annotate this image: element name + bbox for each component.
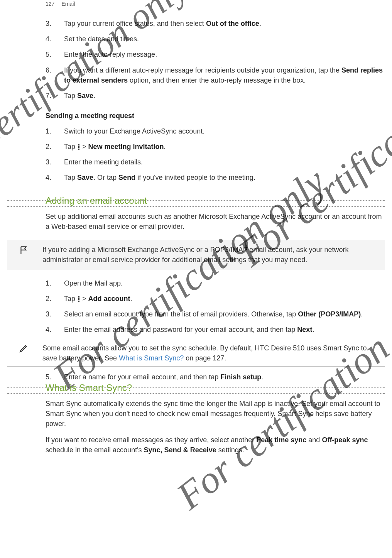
list-item: 2. Tap > New meeting invitation. (46, 142, 385, 152)
page-header: 127 Email (7, 0, 385, 8)
list-number: 1. (46, 126, 64, 136)
text: Select an email account type from the li… (64, 310, 298, 318)
text: schedule in the email account's (46, 446, 144, 454)
bold-text: Sync, Send & Receive (144, 446, 216, 454)
list-text: If you want a different auto-reply messa… (64, 65, 385, 85)
callout-text: Some email accounts allow you to set the… (42, 343, 380, 363)
bold-text: Finish setup (220, 373, 261, 381)
text: settings. (216, 446, 244, 454)
text: Tap (64, 143, 77, 150)
list-number: 2. (46, 294, 64, 304)
text: . (164, 143, 166, 150)
list-item: 1. Switch to your Exchange ActiveSync ac… (46, 126, 385, 136)
text: . (93, 92, 95, 100)
bold-text: Save (77, 92, 93, 100)
flag-icon (12, 245, 35, 265)
callout-box-info: If you're adding a Microsoft Exchange Ac… (7, 240, 385, 269)
bold-text: Other (POP3/IMAP) (298, 310, 361, 318)
ordered-list-meeting: 1. Switch to your Exchange ActiveSync ac… (46, 126, 385, 183)
list-item: 2. Tap > Add account. (46, 294, 385, 304)
callout-box-tip: Some email accounts allow you to set the… (7, 340, 385, 367)
list-number: 5. (46, 49, 64, 59)
text: . Or tap (93, 174, 118, 181)
bold-text: New meeting invitation (88, 143, 164, 150)
text: Enter a name for your email account, and… (64, 373, 220, 381)
text: Tap (64, 295, 77, 303)
overflow-menu-icon (78, 296, 79, 302)
list-text: Enter the email address and password for… (64, 325, 385, 335)
list-item: 4. Tap Save. Or tap Send if you've invit… (46, 172, 385, 183)
paragraph: Set up additional email accounts such as… (46, 211, 385, 232)
list-number: 5. (46, 372, 64, 382)
bold-text: Out of the office (206, 20, 259, 27)
text: . (361, 310, 363, 318)
list-number: 3. (46, 157, 64, 167)
list-text: Set the dates and times. (64, 34, 385, 44)
list-number: 1. (46, 278, 64, 288)
list-text: Tap > Add account. (64, 294, 385, 304)
list-number: 2. (46, 142, 64, 152)
text: and (306, 436, 322, 444)
text: Enter the email address and password for… (64, 326, 297, 333)
list-item: 7. Tap Save. (46, 91, 385, 101)
list-number: 4. (46, 325, 64, 335)
text: . (261, 373, 263, 381)
list-text: Tap your current office status, and then… (64, 19, 385, 29)
text: . (312, 326, 314, 333)
list-item: 1. Open the Mail app. (46, 278, 385, 288)
text: on page 127. (184, 354, 226, 362)
document-page: For certification only For certification… (0, 0, 392, 558)
list-text: Tap Save. Or tap Send if you've invited … (64, 172, 385, 183)
text: Tap (64, 92, 77, 100)
list-item: 3. Enter the meeting details. (46, 157, 385, 167)
list-text: Select an email account type from the li… (64, 309, 385, 319)
list-item: 5. Enter the auto-reply message. (46, 49, 385, 59)
text: Tap your current office status, and then… (64, 20, 206, 27)
text: > (80, 295, 88, 303)
text: if you've invited people to the meeting. (135, 174, 255, 181)
ordered-list-finish: 5. Enter a name for your email account, … (46, 372, 385, 382)
pencil-icon (12, 343, 35, 363)
list-text: Enter the auto-reply message. (64, 49, 385, 59)
bold-text: Save (77, 174, 93, 181)
text: If you want to receive email messages as… (46, 436, 256, 444)
ordered-list-ooo: 3. Tap your current office status, and t… (46, 19, 385, 101)
bold-text: Off-peak sync (322, 436, 368, 444)
list-item: 3. Select an email account type from the… (46, 309, 385, 319)
list-text: Enter the meeting details. (64, 157, 385, 167)
list-item: 3. Tap your current office status, and t… (46, 19, 385, 29)
list-number: 3. (46, 19, 64, 29)
list-number: 3. (46, 309, 64, 319)
list-text: Enter a name for your email account, and… (64, 372, 385, 382)
bold-text: Next (297, 326, 312, 333)
list-text: Tap Save. (64, 91, 385, 101)
list-item: 6. If you want a different auto-reply me… (46, 65, 385, 85)
subheading-meeting-request: Sending a meeting request (46, 111, 385, 121)
list-text: Open the Mail app. (64, 278, 385, 288)
link-text[interactable]: What is Smart Sync? (119, 354, 184, 362)
ordered-list-add-account: 1. Open the Mail app. 2. Tap > Add accou… (46, 278, 385, 335)
bold-text: Send (118, 174, 135, 181)
page-content: 3. Tap your current office status, and t… (7, 8, 385, 455)
bold-text: Add account (88, 295, 130, 303)
list-number: 4. (46, 172, 64, 183)
text: . (130, 295, 132, 303)
list-item: 5. Enter a name for your email account, … (46, 372, 385, 382)
text: Tap (64, 174, 77, 181)
page-number: 127 (46, 0, 54, 8)
text: . (259, 20, 261, 27)
text: option, and then enter the auto-reply me… (128, 76, 306, 84)
bold-text: Peak time sync (256, 436, 306, 444)
list-number: 6. (46, 65, 64, 85)
heading-smart-sync: What is Smart Sync? (46, 381, 385, 395)
text: > (80, 143, 88, 150)
paragraph: If you want to receive email messages as… (46, 435, 385, 455)
list-text: Switch to your Exchange ActiveSync accou… (64, 126, 385, 136)
overflow-menu-icon (78, 144, 79, 150)
list-number: 7. (46, 91, 64, 101)
heading-adding-account: Adding an email account (46, 194, 385, 208)
list-item: 4. Set the dates and times. (46, 34, 385, 44)
list-item: 4. Enter the email address and password … (46, 325, 385, 335)
callout-text: If you're adding a Microsoft Exchange Ac… (42, 245, 380, 265)
list-number: 4. (46, 34, 64, 44)
